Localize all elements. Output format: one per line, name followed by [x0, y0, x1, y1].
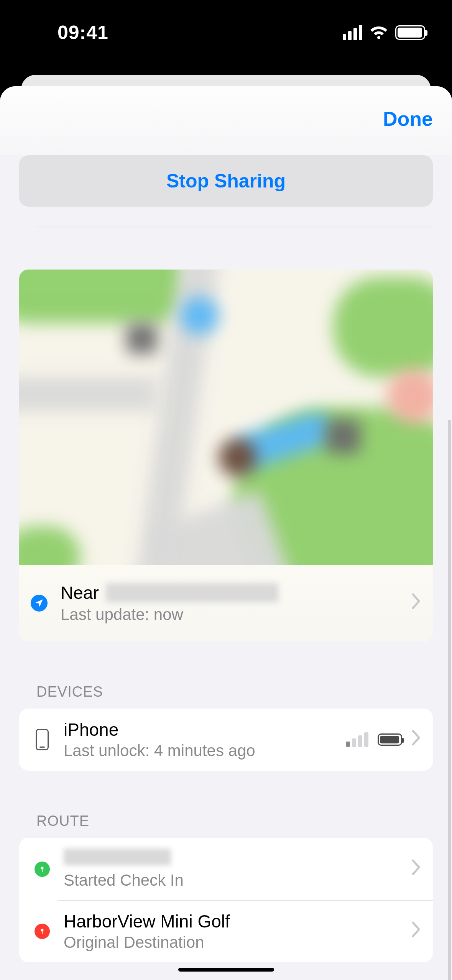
- route-header: ROUTE: [36, 813, 433, 829]
- status-bar: 09:41: [0, 0, 452, 65]
- location-redacted: [106, 583, 278, 602]
- route-dest-title: HarborView Mini Golf: [64, 911, 411, 932]
- done-button[interactable]: Done: [383, 107, 433, 130]
- home-indicator[interactable]: [178, 968, 274, 972]
- pin-destination-icon: [35, 924, 50, 939]
- route-dest-subtitle: Original Destination: [64, 933, 411, 952]
- device-subtitle: Last unlock: 4 minutes ago: [64, 742, 346, 760]
- devices-header: DEVICES: [36, 684, 433, 700]
- chevron-right-icon: [411, 920, 421, 942]
- route-start-redacted: [64, 848, 171, 865]
- location-prefix: Near: [61, 582, 99, 603]
- device-row[interactable]: iPhone Last unlock: 4 minutes ago: [19, 709, 433, 771]
- divider: [36, 227, 433, 227]
- modal-sheet: Done Stop Sharing: [0, 86, 452, 980]
- device-name: iPhone: [64, 719, 346, 740]
- chevron-right-icon: [411, 592, 421, 614]
- pin-start-icon: [35, 862, 50, 877]
- route-start-row[interactable]: Started Check In: [19, 838, 433, 900]
- svg-rect-3: [42, 931, 43, 934]
- wifi-icon: [369, 25, 388, 40]
- route-start-subtitle: Started Check In: [64, 871, 411, 890]
- nav-bar: Done: [0, 86, 452, 155]
- location-arrow-icon: [31, 595, 48, 612]
- battery-icon: [395, 25, 425, 40]
- route-start-title: [64, 848, 411, 870]
- iphone-icon: [36, 729, 49, 750]
- svg-rect-1: [42, 869, 43, 872]
- device-signal-icon: [346, 732, 368, 747]
- stop-sharing-button[interactable]: Stop Sharing: [19, 155, 433, 207]
- chevron-right-icon: [411, 858, 421, 880]
- route-dest-row[interactable]: HarborView Mini Golf Original Destinatio…: [19, 900, 433, 962]
- map-preview[interactable]: [19, 270, 433, 565]
- scrollbar[interactable]: [448, 420, 451, 980]
- status-icons: [343, 25, 425, 40]
- cellular-icon: [343, 25, 362, 40]
- status-time: 09:41: [27, 21, 108, 44]
- route-card: Started Check In Harbo: [19, 838, 433, 962]
- location-subtitle: Last update: now: [61, 605, 411, 624]
- location-row[interactable]: Near Last update: now: [19, 565, 433, 641]
- devices-card: iPhone Last unlock: 4 minutes ago: [19, 709, 433, 771]
- location-title: Near: [61, 582, 411, 603]
- map-card: Near Last update: now: [19, 270, 433, 641]
- chevron-right-icon: [411, 728, 421, 751]
- device-battery-icon: [378, 733, 402, 746]
